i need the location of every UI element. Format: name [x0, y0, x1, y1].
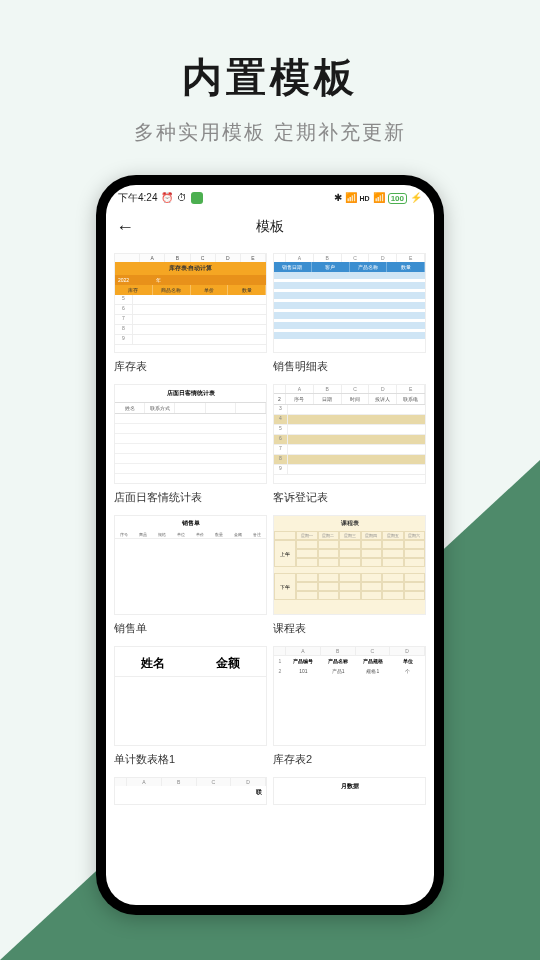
- template-thumb: ABCDE 库存表-自动计算 2022年 库存商品名称单价数量 5 6 7 8 …: [114, 253, 267, 353]
- promo-title: 内置模板: [0, 50, 540, 105]
- template-thumb: 月数据: [273, 777, 426, 805]
- template-thumb: 姓名金额: [114, 646, 267, 746]
- hd-icon: HD: [360, 195, 370, 202]
- template-item-inventory[interactable]: ABCDE 库存表-自动计算 2022年 库存商品名称单价数量 5 6 7 8 …: [114, 253, 267, 374]
- template-thumb: ABCD 联: [114, 777, 267, 805]
- status-bar: 下午4:24 ⏰ ⏱ ✱ 📶 HD 📶 100 ⚡: [106, 185, 434, 211]
- template-label: 销售单: [114, 621, 267, 636]
- template-thumb: ABCDE 2序号日期时间投诉人联系电 3 4 5 6 7 8 9: [273, 384, 426, 484]
- template-item-sales-detail[interactable]: ABCDE 销售日期客户产品名称数量 销售明细表: [273, 253, 426, 374]
- template-thumb: ABCD 1产品编号产品名称产品规格单位 2101产品1规格1个: [273, 646, 426, 746]
- bluetooth-icon: ✱: [334, 193, 342, 203]
- template-item-schedule[interactable]: 课程表 星期一星期二星期三星期四星期五星期六 上午 下午 课程表: [273, 515, 426, 636]
- template-label: 课程表: [273, 621, 426, 636]
- template-item-complaint[interactable]: ABCDE 2序号日期时间投诉人联系电 3 4 5 6 7 8 9 客诉登记表: [273, 384, 426, 505]
- back-button[interactable]: ←: [116, 217, 134, 238]
- template-label: 店面日客情统计表: [114, 490, 267, 505]
- template-label: 客诉登记表: [273, 490, 426, 505]
- template-label: 库存表: [114, 359, 267, 374]
- template-item-sales-doc[interactable]: 销售单 序号商品规格单位单价数量金额备注 销售单: [114, 515, 267, 636]
- nav-bar: ← 模板: [106, 211, 434, 243]
- template-grid: ABCDE 库存表-自动计算 2022年 库存商品名称单价数量 5 6 7 8 …: [106, 243, 434, 805]
- template-item-name-amount[interactable]: 姓名金额 单计数表格1: [114, 646, 267, 767]
- wifi-icon: 📶: [373, 193, 385, 203]
- template-label: 库存表2: [273, 752, 426, 767]
- template-thumb: 课程表 星期一星期二星期三星期四星期五星期六 上午 下午: [273, 515, 426, 615]
- alarm-off-icon: ⏰: [161, 193, 173, 203]
- clock-icon: ⏱: [177, 193, 187, 203]
- phone-frame: 下午4:24 ⏰ ⏱ ✱ 📶 HD 📶 100 ⚡ ← 模板: [96, 175, 444, 915]
- template-thumb: 销售单 序号商品规格单位单价数量金额备注: [114, 515, 267, 615]
- template-item-partial-left[interactable]: ABCD 联: [114, 777, 267, 805]
- battery-indicator: 100: [388, 193, 407, 204]
- charging-icon: ⚡: [410, 193, 422, 203]
- template-thumb: ABCDE 销售日期客户产品名称数量: [273, 253, 426, 353]
- signal-icon: 📶: [345, 193, 357, 203]
- app-indicator-icon: [191, 192, 203, 204]
- template-thumb: 店面日客情统计表 姓名联系方式: [114, 384, 267, 484]
- page-title: 模板: [256, 218, 284, 236]
- template-label: 单计数表格1: [114, 752, 267, 767]
- promo-subtitle: 多种实用模板 定期补充更新: [0, 119, 540, 146]
- status-time: 下午4:24: [118, 191, 157, 205]
- template-item-inventory2[interactable]: ABCD 1产品编号产品名称产品规格单位 2101产品1规格1个 库存表2: [273, 646, 426, 767]
- template-label: 销售明细表: [273, 359, 426, 374]
- template-item-partial-right[interactable]: 月数据: [273, 777, 426, 805]
- phone-screen: 下午4:24 ⏰ ⏱ ✱ 📶 HD 📶 100 ⚡ ← 模板: [106, 185, 434, 905]
- template-item-store-daily[interactable]: 店面日客情统计表 姓名联系方式 店面日客情统计表: [114, 384, 267, 505]
